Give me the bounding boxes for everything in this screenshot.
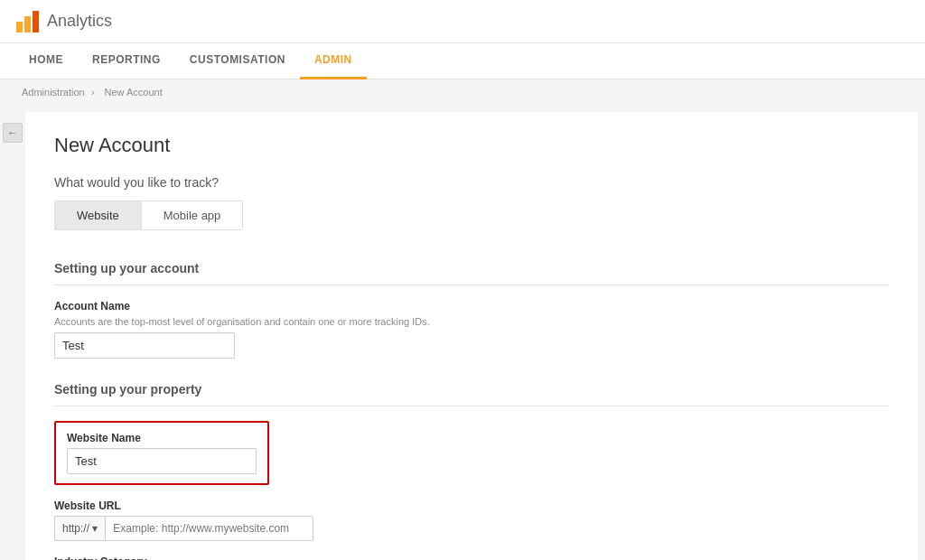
content-area: New Account What would you like to track… (25, 112, 918, 560)
tracking-btn-website[interactable]: Website (54, 201, 142, 230)
website-name-group: Website Name (67, 432, 257, 474)
account-section-header: Setting up your account (54, 252, 889, 285)
url-input-group: http:// ▾ (54, 516, 889, 541)
sidebar: ← (0, 105, 25, 560)
tracking-btn-mobileapp[interactable]: Mobile app (142, 201, 244, 230)
website-name-highlighted: Website Name (54, 421, 269, 485)
main-nav: HOME REPORTING CUSTOMISATION ADMIN (0, 43, 925, 79)
url-protocol-value: http:// ▾ (62, 522, 98, 535)
account-name-input[interactable] (54, 332, 235, 359)
header-title: Analytics (47, 12, 112, 31)
nav-item-home[interactable]: HOME (14, 43, 78, 79)
tracking-type-group: Website Mobile app (54, 201, 889, 230)
breadcrumb-separator: › (91, 87, 95, 98)
main-container: ← New Account What would you like to tra… (0, 105, 925, 560)
sidebar-toggle-icon: ← (7, 126, 18, 139)
tracking-question: What would you like to track? (54, 175, 889, 190)
property-section-header: Setting up your property (54, 373, 889, 406)
page-title: New Account (54, 134, 889, 157)
sidebar-toggle-button[interactable]: ← (3, 123, 23, 143)
nav-item-customisation[interactable]: CUSTOMISATION (175, 43, 300, 79)
breadcrumb: Administration › New Account (0, 79, 925, 105)
account-name-label: Account Name (54, 300, 889, 313)
account-name-group: Account Name Accounts are the top-most l… (54, 300, 889, 359)
website-name-input[interactable] (67, 448, 257, 474)
account-name-sublabel: Accounts are the top-most level of organ… (54, 316, 889, 327)
svg-rect-1 (24, 16, 31, 33)
header: Analytics (0, 0, 925, 43)
nav-item-admin[interactable]: ADMIN (300, 43, 367, 79)
website-url-group: Website URL http:// ▾ (54, 499, 889, 541)
analytics-logo-icon (14, 9, 40, 34)
svg-rect-0 (16, 22, 23, 33)
url-protocol-dropdown[interactable]: http:// ▾ (54, 516, 106, 541)
logo-container: Analytics (14, 9, 112, 34)
industry-category-group: Industry Category Select One (54, 555, 889, 560)
breadcrumb-parent[interactable]: Administration (22, 87, 85, 98)
website-url-label: Website URL (54, 499, 889, 512)
svg-rect-2 (33, 11, 39, 33)
website-name-label: Website Name (67, 432, 257, 444)
breadcrumb-current: New Account (105, 87, 163, 98)
nav-item-reporting[interactable]: REPORTING (78, 43, 175, 79)
website-url-input[interactable] (106, 516, 313, 541)
industry-category-label: Industry Category (54, 555, 889, 560)
